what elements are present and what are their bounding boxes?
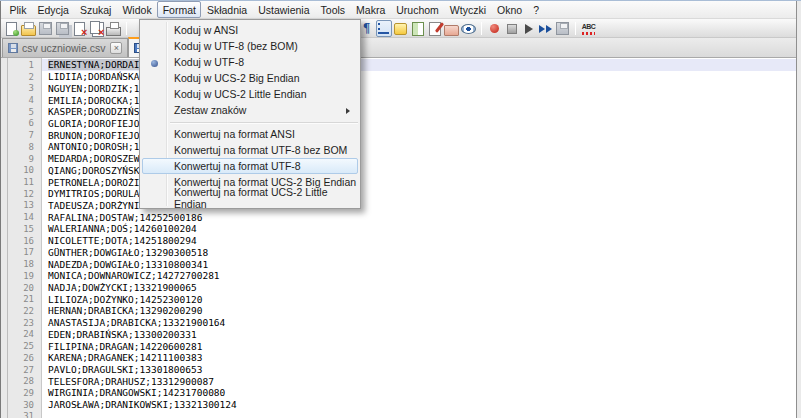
line-number: 25 (1, 341, 42, 351)
menubar-item[interactable]: Uruchom (391, 1, 445, 18)
close-all-icon[interactable] (89, 20, 105, 37)
menubar-item[interactable]: ? (528, 1, 545, 18)
tab-bar: csv uczniowie.csv × Zeszy (1, 38, 796, 58)
plain-text: DYMITRIOS;DORULA (48, 188, 140, 199)
spell-check-icon[interactable] (581, 20, 597, 37)
line-number: 31 (1, 411, 42, 418)
line-text[interactable] (42, 411, 796, 418)
menu-item[interactable]: Koduj w UTF-8 (bez BOM) (142, 38, 358, 54)
line-text[interactable]: NADEZDA;DOWGIAŁO;13310800341 (42, 258, 796, 270)
menubar-item[interactable]: Format (157, 1, 201, 18)
line-text[interactable]: WALERIANNA;DOŚ;14260100204 (42, 223, 796, 235)
indent-guide-icon[interactable] (376, 20, 392, 37)
menubar-item[interactable]: Edycja (32, 1, 75, 18)
macro-record-icon[interactable] (487, 20, 503, 37)
editor-line: 29 WIRGINIA;DRANGOWSKI;14231700080 (1, 387, 796, 399)
line-text[interactable]: RAFALINA;DOSTAW;14252500186 (42, 211, 796, 223)
menu-item[interactable]: Konwertuj na format UTF-8 (142, 158, 358, 174)
tab-csv-uczniowie[interactable]: csv uczniowie.csv × (2, 38, 128, 57)
line-text[interactable]: ANASTASIJA;DRABICKA;13321900164 (42, 317, 796, 329)
toolbar-separator (126, 22, 127, 35)
menu-item[interactable]: Konwertuj na format UCS-2 Little Endian (142, 190, 358, 206)
line-number: 8 (1, 142, 42, 152)
plain-text: WIRGINIA;DRANGOWSKI;14231700080 (48, 387, 225, 398)
line-text[interactable]: MONICA;DOWNAROWICZ;14272700281 (42, 270, 796, 282)
edit-macro-icon[interactable] (427, 20, 443, 37)
line-text[interactable]: JAROSŁAWA;DRANIKOWSKI;13321300124 (42, 399, 796, 411)
line-text[interactable]: WIRGINIA;DRANGOWSKI;14231700080 (42, 387, 796, 399)
plain-text: EMILIA;DOROCKA;1 (48, 95, 140, 106)
line-number: 1 (1, 60, 42, 70)
editor-line: 26 KARENA;DRAGANEK;14211100383 (1, 352, 796, 364)
plain-text: WALERIANNA;DOŚ;14260100204 (48, 223, 197, 234)
editor-line: 10 QIANG;DOROSZYŃSK (1, 164, 796, 176)
menu-item[interactable]: Konwertuj na format UTF-8 bez BOM (142, 142, 358, 158)
macro-stop-icon[interactable] (504, 20, 520, 37)
line-number: 26 (1, 353, 42, 363)
line-text[interactable]: HERNAN;DRABICKA;13290200290 (42, 305, 796, 317)
line-text[interactable]: NADJA;DOWŻYCKI;13321900065 (42, 282, 796, 294)
line-text[interactable]: TELESFORA;DRAHUSZ;13312900087 (42, 375, 796, 387)
menubar-item[interactable]: Szukaj (74, 1, 117, 18)
macro-play-icon[interactable] (521, 20, 537, 37)
line-text[interactable]: EDEN;DRABIŃSKA;13300200331 (42, 329, 796, 341)
menubar-item[interactable]: Okno (492, 1, 528, 18)
print-icon[interactable] (106, 20, 122, 37)
macro-save-icon[interactable] (555, 20, 571, 37)
line-text[interactable]: KARENA;DRAGANEK;14211100383 (42, 352, 796, 364)
plain-text: HERNAN;DRABICKA;13290200290 (48, 305, 202, 316)
save-all-icon[interactable] (55, 20, 71, 37)
menubar-item[interactable]: Widok (117, 1, 157, 18)
line-text[interactable]: LILIOZA;DOŻYNKO;14252300120 (42, 293, 796, 305)
plain-text: GLORIA;DOROFIEJO (48, 118, 140, 129)
menubar-item[interactable]: Makra (351, 1, 391, 18)
new-file-icon[interactable] (4, 20, 20, 37)
folder-workspace-icon[interactable] (444, 20, 460, 37)
editor-line: 5 KASPER;DORODZIŃS (1, 106, 796, 118)
editor-line: 25 FILIPINA;DRAGAN;14220600281 (1, 340, 796, 352)
menubar-item[interactable]: Ustawienia (253, 1, 315, 18)
menubar-item[interactable]: Składnia (201, 1, 252, 18)
menubar-item[interactable]: Wtyczki (444, 1, 491, 18)
menubar-item[interactable]: Tools (315, 1, 351, 18)
line-number: 16 (1, 236, 42, 246)
line-number: 6 (1, 118, 42, 128)
line-number: 22 (1, 306, 42, 316)
close-file-icon[interactable] (72, 20, 88, 37)
menu-item (170, 118, 358, 126)
document-map-icon[interactable] (410, 20, 426, 37)
line-text[interactable]: NICOLETTE;DOTA;14251800294 (42, 235, 796, 247)
line-text[interactable]: GÜNTHER;DOWGIAŁO;13290300518 (42, 247, 796, 259)
line-text[interactable]: FILIPINA;DRAGAN;14220600281 (42, 340, 796, 352)
line-number: 13 (1, 200, 42, 210)
tab-close-icon[interactable]: × (110, 42, 122, 54)
plain-text: NGUYEN;DORDZIK;1 (48, 83, 140, 94)
line-number: 19 (1, 271, 42, 281)
menu-item[interactable]: Koduj w UCS-2 Big Endian (142, 70, 358, 86)
editor-area[interactable]: 1 ERNESTYNA;DORDAI 2 LIDIIA;DORDAŃSKA 3 … (1, 58, 796, 418)
editor-line: 30 JAROSŁAWA;DRANIKOWSKI;13321300124 (1, 399, 796, 411)
editor-line: 19 MONICA;DOWNAROWICZ;14272700281 (1, 270, 796, 282)
plain-text: MONICA;DOWNAROWICZ;14272700281 (48, 270, 220, 281)
editor-line: 24 EDEN;DRABIŃSKA;13300200331 (1, 329, 796, 341)
menu-item[interactable]: Koduj w UTF-8 (142, 54, 358, 70)
menu-item[interactable]: Koduj w UCS-2 Little Endian (142, 86, 358, 102)
editor-line: 8 ANTONIO;DOROSH;1 (1, 141, 796, 153)
editor-line: 16 NICOLETTE;DOTA;14251800294 (1, 235, 796, 247)
menubar-item[interactable]: Plik (4, 1, 32, 18)
menu-item[interactable]: Koduj w ANSI (142, 22, 358, 38)
open-file-icon[interactable] (21, 20, 37, 37)
line-text[interactable]: PAVLO;DRAGULSKI;13301800653 (42, 364, 796, 376)
line-number: 15 (1, 224, 42, 234)
plain-text: GÜNTHER;DOWGIAŁO;13290300518 (48, 247, 208, 258)
menu-item[interactable]: Zestaw znaków (142, 102, 358, 118)
user-language-icon[interactable] (393, 20, 409, 37)
macro-run-multiple-icon[interactable] (538, 20, 554, 37)
monitoring-eye-icon[interactable] (461, 20, 477, 37)
menu-item[interactable]: Konwertuj na format ANSI (142, 126, 358, 142)
save-icon[interactable] (38, 20, 54, 37)
line-number: 29 (1, 388, 42, 398)
selected-text: ERNESTYNA;DORDAI (48, 59, 140, 70)
line-number: 17 (1, 247, 42, 257)
plain-text: KASPER;DORODZIŃS (48, 106, 140, 117)
